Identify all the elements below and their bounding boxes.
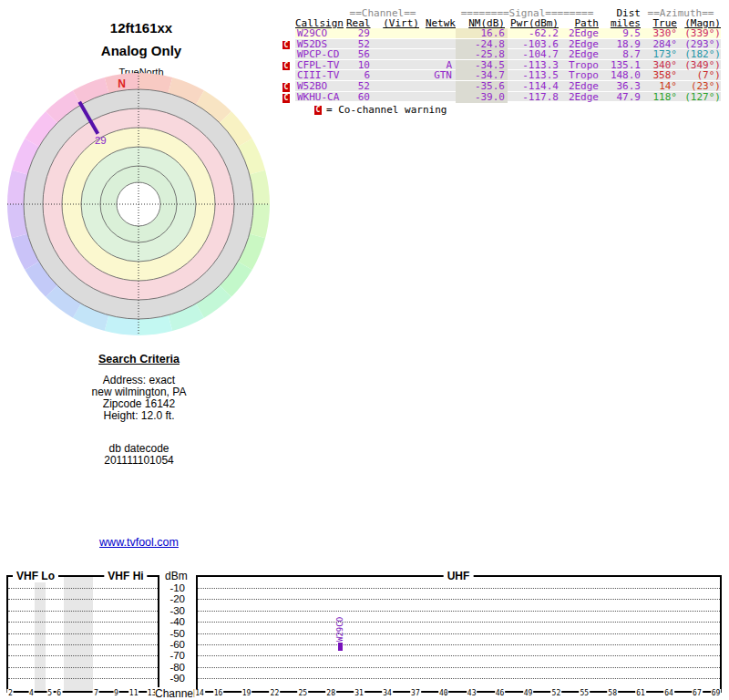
channel-tick-61: 61 (635, 689, 646, 697)
gridline (198, 667, 720, 668)
cell-callsign: W29CO (295, 28, 346, 38)
station-marker-label: W29CO (335, 609, 344, 642)
channel-tick-43: 43 (467, 689, 477, 697)
cell-pwr-dbm: -117.8 (508, 92, 560, 103)
gridline (8, 599, 158, 600)
y-tick-label: -70 (158, 650, 185, 661)
cell-azimuth-true: 330° (641, 28, 677, 38)
channel-tick-64: 64 (663, 689, 674, 697)
gridline (198, 588, 720, 589)
vhf-panel: VHF LoVHF Hi2456791113 (6, 575, 159, 693)
cell-pwr-dbm: -113.5 (508, 70, 560, 80)
table-cell (282, 18, 295, 28)
y-tick-label: -50 (158, 628, 185, 639)
co-channel-marker-cell (282, 28, 295, 38)
cell-pwr-dbm: -62.2 (508, 28, 560, 38)
y-tick-label: -30 (158, 605, 185, 616)
cell-virt-channel (370, 92, 419, 103)
gridline (8, 622, 158, 623)
cell-virt-channel (370, 39, 419, 50)
co-channel-warning-icon: C (282, 41, 290, 50)
station-row-W29CO: W29CO2916.6-62.22Edge9.5330°(339°) (282, 28, 721, 39)
co-channel-warning-icon: C (282, 94, 290, 103)
db-datecode-block: db datecode 201111101054 (0, 443, 278, 467)
cell-real-channel: 6 (346, 70, 370, 80)
co-channel-marker-cell (282, 49, 295, 59)
cell-azimuth-true: 173° (641, 49, 677, 59)
co-channel-legend: C= Co-channel warning (314, 105, 721, 115)
channel-tick-7: 7 (93, 689, 99, 697)
cell-path: 2Edge (560, 92, 599, 103)
channel-axis-label: Channel (155, 687, 195, 700)
cell-network: GTN (419, 70, 456, 80)
cell-path: Tropo (560, 70, 599, 80)
channel-tick-69: 69 (711, 689, 722, 697)
cell-network (419, 28, 456, 38)
y-tick-label: -10 (158, 582, 185, 593)
channel-tick-5: 5 (46, 689, 53, 697)
channel-tick-34: 34 (382, 689, 393, 697)
cell-callsign: CIII-TV (295, 70, 346, 80)
gridline (8, 678, 158, 679)
channel-tick-4: 4 (28, 689, 35, 697)
cell-nm-db: -25.8 (456, 49, 508, 59)
azimuth-polar-chart: N29 (0, 71, 282, 341)
cell-network (419, 49, 456, 59)
cell-virt-channel (370, 70, 419, 80)
y-tick-label: -60 (158, 639, 185, 650)
channel-tick-67: 67 (692, 689, 703, 697)
search-criteria-block: Search Criteria Address: exact new wilmi… (0, 354, 278, 467)
y-tick-label: -90 (158, 673, 185, 684)
gridline (8, 655, 158, 656)
search-line-height: Height: 12.0 ft. (0, 410, 278, 422)
channel-tick-58: 58 (607, 689, 618, 697)
cell-real-channel: 56 (346, 49, 370, 59)
cell-path: 2Edge (560, 28, 599, 38)
cell-pwr-dbm: -104.7 (508, 49, 560, 59)
channel-tick-55: 55 (579, 689, 590, 697)
channel-tick-49: 49 (523, 689, 534, 697)
cell-azimuth-true: 358° (641, 70, 677, 80)
cell-callsign: WKHU-CA (295, 92, 346, 103)
page-subtitle: Analog Only (0, 43, 282, 58)
cell-virt-channel (370, 60, 419, 71)
co-channel-marker-cell: C (282, 81, 295, 92)
tvfool-link[interactable]: www.tvfool.com (99, 536, 179, 549)
cell-azimuth-true: 118° (641, 92, 677, 103)
cell-nm-db: -39.0 (456, 92, 508, 103)
gridline (8, 633, 158, 634)
db-datecode-value: 201111101054 (0, 455, 278, 467)
cell-path: 2Edge (560, 49, 599, 59)
cell-callsign: WPCP-CD (295, 49, 346, 59)
station-row-W52BO: CW52BO52-35.6-114.42Edge36.314°(23°) (282, 81, 721, 92)
uhf-panel: UHF1416192225283134374043464952555861646… (196, 575, 722, 693)
gridline (8, 611, 158, 612)
vhf-lo-label: VHF Lo (13, 570, 58, 582)
gridline (198, 644, 720, 645)
polar-chart-header: 12ft161xx Analog Only TrueNorth (0, 0, 282, 77)
cell-miles: 148.0 (599, 70, 641, 80)
cell-virt-channel (370, 49, 419, 59)
y-tick-label: -40 (158, 616, 185, 627)
channel-signal-chart: VHF LoVHF Hi2456791113dBm-10-20-30-40-50… (0, 565, 729, 700)
co-channel-warning-icon: C (282, 62, 290, 71)
gridline (198, 599, 720, 600)
tvfool-report-page: 12ft161xx Analog Only TrueNorth N29 ==Ch… (0, 0, 729, 700)
cell-real-channel: 60 (346, 92, 370, 103)
co-channel-warning-icon: C (314, 106, 322, 115)
search-criteria-heading: Search Criteria (0, 354, 278, 365)
channel-tick-16: 16 (213, 689, 224, 697)
channel-tick-2: 2 (7, 689, 14, 697)
channel-tick-25: 25 (297, 689, 308, 697)
co-channel-marker-cell: C (282, 92, 295, 103)
co-channel-marker-cell: C (282, 39, 295, 50)
cell-miles: 8.7 (599, 49, 641, 59)
y-tick-label: -80 (158, 662, 185, 673)
cell-miles: 9.5 (599, 28, 641, 38)
cell-azimuth-magn: (182°) (677, 49, 721, 59)
page-title: 12ft161xx (0, 20, 282, 36)
co-channel-marker-cell: C (282, 60, 295, 71)
channel-tick-46: 46 (495, 689, 506, 697)
channel-tick-22: 22 (270, 689, 281, 697)
channel-tick-28: 28 (325, 689, 336, 697)
